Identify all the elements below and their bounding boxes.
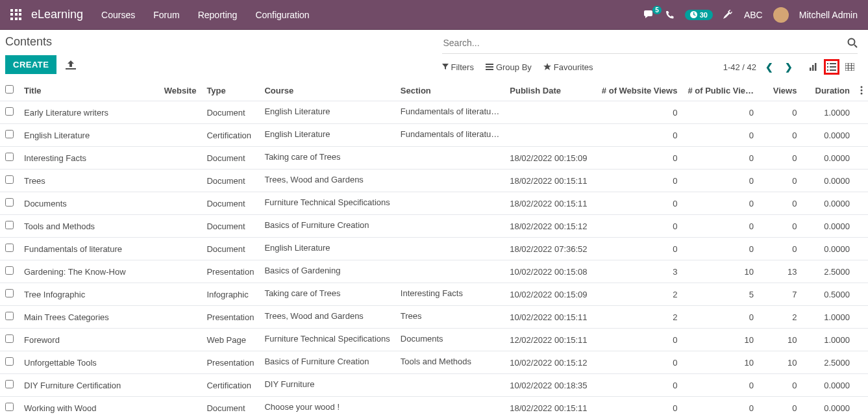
cell-title: Interesting Facts [19, 147, 159, 170]
select-all-checkbox[interactable] [5, 85, 14, 94]
col-publish[interactable]: Publish Date [504, 80, 597, 101]
row-checkbox[interactable] [5, 221, 14, 229]
table-row[interactable]: TreesDocumentTrees, Wood and Gardens18/0… [0, 170, 868, 192]
col-webviews[interactable]: # of Website Views [597, 80, 683, 101]
table-row[interactable]: Main Trees CategoriesPresentationTrees, … [0, 306, 868, 329]
table-row[interactable]: Unforgettable ToolsPresentationBasics of… [0, 351, 868, 374]
col-duration[interactable]: Duration [802, 80, 855, 101]
col-course[interactable]: Course [259, 80, 395, 101]
cell-views: 10 [759, 351, 802, 374]
cell-views: 0 [759, 101, 802, 124]
brand[interactable]: eLearning [31, 8, 83, 21]
avatar[interactable] [773, 7, 789, 23]
upload-icon[interactable] [66, 60, 76, 69]
cell-website [159, 329, 202, 351]
row-checkbox[interactable] [5, 312, 14, 320]
company-name[interactable]: ABC [744, 10, 763, 20]
table-row[interactable]: ForewordWeb PageFurniture Technical Spec… [0, 329, 868, 351]
col-pubviews[interactable]: # of Public Vie… [682, 80, 759, 101]
row-checkbox[interactable] [5, 380, 14, 388]
cell-views: 13 [759, 260, 802, 283]
col-type[interactable]: Type [201, 80, 259, 101]
svg-rect-5 [810, 68, 812, 71]
controlbar: Contents CREATE Filters Group By [0, 30, 868, 75]
table-row[interactable]: Early Literature writersDocumentEnglish … [0, 101, 868, 124]
col-website[interactable]: Website [159, 80, 202, 101]
nav-reporting[interactable]: Reporting [198, 10, 238, 20]
col-section[interactable]: Section [395, 80, 504, 101]
favourites-button[interactable]: Favourites [543, 62, 593, 72]
messages-icon[interactable]: 5 [643, 10, 655, 20]
topbar: eLearning Courses Forum Reporting Config… [0, 0, 868, 30]
user-name[interactable]: Mitchell Admin [799, 10, 858, 20]
table-row[interactable]: Tree InfographicInfographicTaking care o… [0, 283, 868, 306]
cell-pubviews: 10 [682, 351, 759, 374]
cell-duration: 2.5000 [802, 260, 855, 283]
cell-course: Basics of Furniture Creation [259, 351, 395, 374]
view-graph-button[interactable] [806, 59, 821, 75]
cell-duration: 0.0000 [802, 192, 855, 215]
phone-icon[interactable] [665, 10, 675, 19]
cell-publish: 10/02/2022 00:15:12 [504, 351, 597, 374]
pager-text[interactable]: 1-42 / 42 [723, 62, 756, 72]
pager-next[interactable]: ❯ [782, 62, 795, 72]
cell-views: 0 [759, 192, 802, 215]
svg-rect-7 [815, 63, 817, 71]
search-input[interactable] [442, 35, 848, 51]
create-button[interactable]: CREATE [5, 55, 56, 74]
row-checkbox[interactable] [5, 266, 14, 275]
cell-publish [504, 124, 597, 147]
cell-pubviews: 0 [682, 397, 759, 416]
activity-pill[interactable]: 30 [685, 10, 713, 20]
row-checkbox[interactable] [5, 107, 14, 116]
view-kanban-button[interactable] [842, 59, 858, 75]
table-row[interactable]: Interesting FactsDocumentTaking care of … [0, 147, 868, 170]
view-list-button[interactable] [824, 59, 839, 75]
col-title[interactable]: Title [19, 80, 159, 101]
cell-duration: 1.0000 [802, 101, 855, 124]
search-icon[interactable] [847, 38, 858, 48]
col-menu[interactable] [855, 80, 868, 101]
svg-rect-13 [830, 69, 836, 71]
nav-forum[interactable]: Forum [153, 10, 179, 20]
table-row[interactable]: Fundamentals of literatureDocumentEnglis… [0, 238, 868, 260]
cell-views: 0 [759, 215, 802, 238]
cell-title: Tools and Methods [19, 215, 159, 238]
cell-menu [855, 170, 868, 192]
row-checkbox[interactable] [5, 175, 14, 184]
cell-publish: 10/02/2022 00:18:35 [504, 374, 597, 397]
apps-icon[interactable] [10, 9, 22, 21]
row-checkbox[interactable] [5, 334, 14, 343]
cell-pubviews: 0 [682, 306, 759, 329]
cell-duration: 0.0000 [802, 124, 855, 147]
table-row[interactable]: Tools and MethodsDocumentBasics of Furni… [0, 215, 868, 238]
filters-button[interactable]: Filters [442, 62, 474, 72]
filter-row: Filters Group By Favourites 1-42 / 42 ❮ … [442, 54, 858, 75]
table-row[interactable]: DIY Furniture CertificationCertification… [0, 374, 868, 397]
table-row[interactable]: DocumentsDocumentFurniture Technical Spe… [0, 192, 868, 215]
row-checkbox[interactable] [5, 153, 14, 161]
row-checkbox[interactable] [5, 357, 14, 366]
nav-courses[interactable]: Courses [101, 10, 135, 20]
row-checkbox[interactable] [5, 403, 14, 411]
cell-views: 2 [759, 306, 802, 329]
row-checkbox[interactable] [5, 289, 14, 297]
cell-title: Fundamentals of literature [19, 238, 159, 260]
row-checkbox[interactable] [5, 244, 14, 252]
row-checkbox[interactable] [5, 130, 14, 138]
table-row[interactable]: Working with WoodDocumentChoose your woo… [0, 397, 868, 416]
groupby-button[interactable]: Group By [486, 62, 532, 72]
table-row[interactable]: English LiteratureCertificationEnglish L… [0, 124, 868, 147]
cell-website [159, 283, 202, 306]
row-checkbox[interactable] [5, 198, 14, 207]
nav-configuration[interactable]: Configuration [255, 10, 309, 20]
cell-title: DIY Furniture Certification [19, 374, 159, 397]
cell-views: 10 [759, 329, 802, 351]
cell-title: Working with Wood [19, 397, 159, 416]
table-row[interactable]: Gardening: The Know-HowPresentationBasic… [0, 260, 868, 283]
cell-type: Document [201, 238, 259, 260]
pager-prev[interactable]: ❮ [763, 62, 776, 72]
cell-duration: 1.0000 [802, 329, 855, 351]
col-views[interactable]: Views [759, 80, 802, 101]
settings-icon[interactable] [723, 10, 734, 20]
